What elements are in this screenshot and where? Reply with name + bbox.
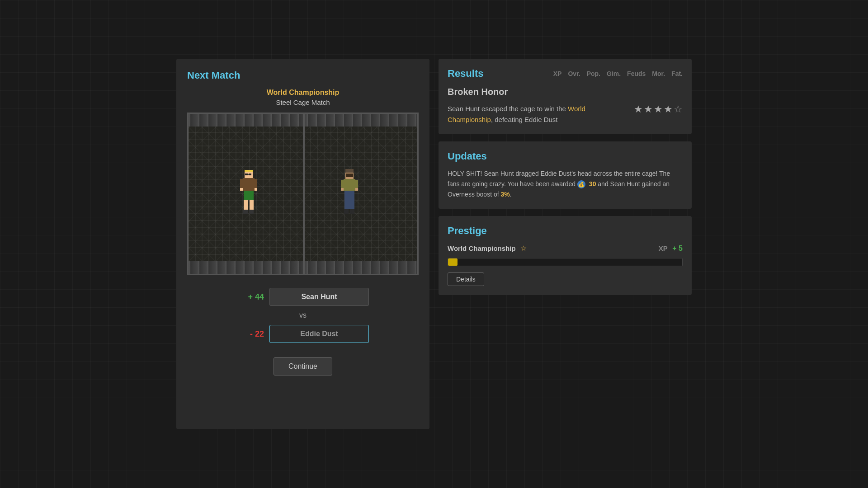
vs-text: vs (299, 311, 307, 319)
updates-card: Updates HOLY SHIT! Sean Hunt dragged Edd… (439, 141, 692, 209)
col-xp: XP (553, 70, 562, 77)
result-text: Sean Hunt escaped the cage to win the Wo… (448, 103, 628, 125)
prestige-title: Prestige (448, 225, 683, 237)
coin-amount: 30 (587, 180, 596, 188)
col-fat: Fat. (671, 70, 683, 77)
prestige-label: World Championship (448, 244, 516, 252)
progress-bar-fill (448, 258, 458, 266)
broken-honor-title: Broken Honor (448, 87, 683, 97)
results-columns: XP Ovr. Pop. Gim. Feuds Mor. Fat. (553, 70, 683, 77)
fighter2-button[interactable]: Eddie Dust (269, 325, 369, 343)
fighter1-score: + 44 (237, 292, 264, 302)
coin-icon: 💰 (577, 180, 585, 188)
star-1: ★ (634, 103, 643, 115)
results-card: Results XP Ovr. Pop. Gim. Feuds Mor. Fat… (439, 59, 692, 134)
star-2: ★ (644, 103, 653, 115)
prestige-xp-area: XP + 5 (659, 244, 683, 253)
updates-text: HOLY SHIT! Sean Hunt dragged Eddie Dust'… (448, 169, 683, 200)
star-3: ★ (654, 103, 663, 115)
fighter2-score: - 22 (237, 329, 264, 339)
col-pop: Pop. (587, 70, 600, 77)
results-header: Results XP Ovr. Pop. Gim. Feuds Mor. Fat… (448, 68, 683, 80)
result-text-after: , defeating Eddie Dust (491, 116, 558, 123)
match-championship-title: World Championship (267, 89, 340, 97)
xp-label: XP (659, 244, 668, 252)
wrestler-2-sprite (340, 169, 367, 219)
col-gim: Gim. (607, 70, 621, 77)
details-button[interactable]: Details (448, 272, 484, 286)
right-panel: Results XP Ovr. Pop. Gim. Feuds Mor. Fat… (439, 59, 692, 429)
fighters-section: + 44 Sean Hunt vs - 22 Eddie Dust Contin… (187, 288, 419, 375)
continue-button[interactable]: Continue (274, 357, 332, 375)
match-type-label: Steel Cage Match (276, 99, 330, 106)
col-feuds: Feuds (627, 70, 646, 77)
star-5: ☆ (674, 103, 683, 115)
updates-title: Updates (448, 150, 683, 162)
star-rating: ★ ★ ★ ★ ☆ (634, 103, 683, 115)
result-content: Sean Hunt escaped the cage to win the Wo… (448, 103, 683, 125)
wrestler-1-sprite (239, 169, 266, 219)
fighter2-row: - 22 Eddie Dust (187, 325, 419, 343)
prestige-row: World Championship ☆ XP + 5 (448, 244, 683, 253)
fighter1-row: + 44 Sean Hunt (187, 288, 419, 306)
results-title: Results (448, 68, 483, 80)
prestige-label-area: World Championship ☆ (448, 244, 527, 253)
wrestlers-display (189, 169, 417, 219)
arena-display (187, 113, 419, 275)
result-text-before: Sean Hunt escaped the cage to win the (448, 105, 568, 113)
xp-value: + 5 (672, 244, 683, 252)
prestige-star-icon: ☆ (520, 244, 527, 252)
fighter1-button[interactable]: Sean Hunt (269, 288, 369, 306)
prestige-card: Prestige World Championship ☆ XP + 5 Det… (439, 216, 692, 295)
left-panel: Next Match World Championship Steel Cage… (176, 59, 429, 429)
col-mor: Mor. (652, 70, 665, 77)
overness-boost: 3% (501, 191, 510, 198)
progress-bar-background (448, 258, 683, 266)
updates-text-3: . (510, 191, 512, 198)
page-title: Next Match (187, 70, 240, 81)
star-4: ★ (664, 103, 673, 115)
col-ovr: Ovr. (568, 70, 580, 77)
